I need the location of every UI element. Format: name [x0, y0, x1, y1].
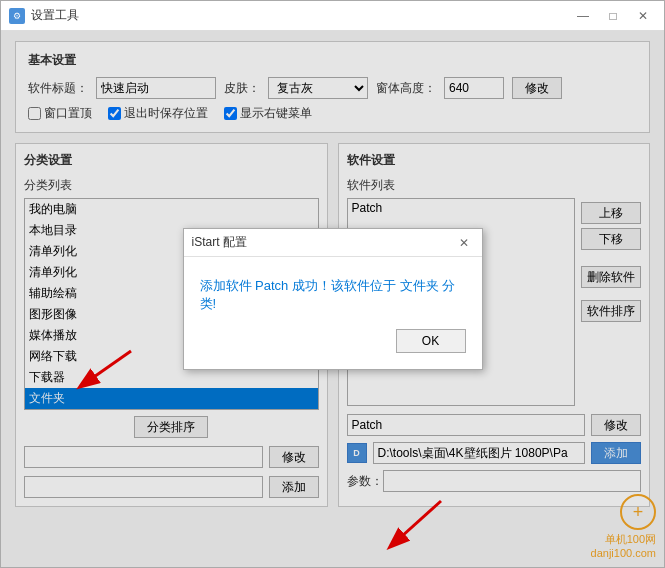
title-controls: — □ ✕: [570, 6, 656, 26]
dialog-title: iStart 配置: [192, 234, 454, 251]
dialog-title-bar: iStart 配置 ✕: [184, 229, 482, 257]
maximize-button[interactable]: □: [600, 6, 626, 26]
dialog-overlay: iStart 配置 ✕ 添加软件 Patch 成功！该软件位于 文件夹 分类! …: [1, 31, 664, 567]
content-area: 基本设置 软件标题： 皮肤： 复古灰 窗体高度： 修改 窗口置顶: [1, 31, 664, 567]
title-bar: ⚙ 设置工具 — □ ✕: [1, 1, 664, 31]
dialog-buttons: OK: [200, 329, 466, 353]
close-button[interactable]: ✕: [630, 6, 656, 26]
dialog-ok-button[interactable]: OK: [396, 329, 466, 353]
minimize-button[interactable]: —: [570, 6, 596, 26]
dialog-content: 添加软件 Patch 成功！该软件位于 文件夹 分类! OK: [184, 257, 482, 369]
window-title: 设置工具: [31, 7, 570, 24]
app-icon: ⚙: [9, 8, 25, 24]
dialog-message: 添加软件 Patch 成功！该软件位于 文件夹 分类!: [200, 277, 466, 313]
dialog: iStart 配置 ✕ 添加软件 Patch 成功！该软件位于 文件夹 分类! …: [183, 228, 483, 370]
dialog-close-button[interactable]: ✕: [454, 234, 474, 252]
main-window: ⚙ 设置工具 — □ ✕ 基本设置 软件标题： 皮肤： 复古灰 窗体高度： 修改: [0, 0, 665, 568]
